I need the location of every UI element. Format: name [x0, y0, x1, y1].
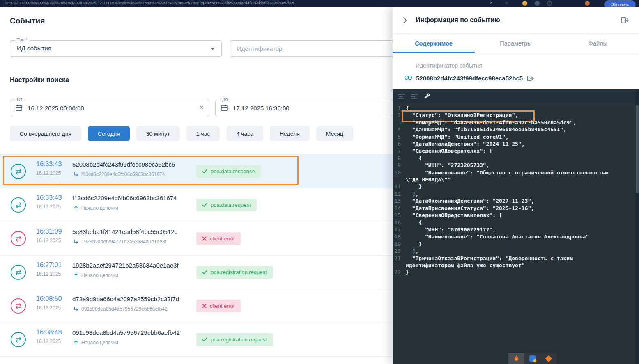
wrench-icon[interactable] [424, 93, 430, 99]
line-text: "НомерМЧД": "da8a5036-de61-4fd0-a37c-ba5… [406, 119, 635, 126]
link-icon [404, 75, 412, 82]
calendar-icon[interactable] [15, 104, 23, 113]
scrollbar-thumb[interactable] [636, 105, 639, 193]
date-from-field[interactable]: От ✕ [10, 100, 209, 116]
json-content[interactable]: 1 { 2 "Статус": "ОтказаноВРегистрации", … [393, 103, 635, 364]
line-text: "СведенияОДоверителях": [ [406, 147, 635, 154]
line-number: 7 [393, 147, 406, 154]
transfer-arrows-icon [11, 164, 26, 179]
panel-tab[interactable]: Содержимое [393, 34, 475, 53]
quick-filter-label: Месяц [326, 130, 343, 137]
quick-filter-label: Со вчерашнего дня [20, 130, 71, 137]
panel-tab[interactable]: Параметры [475, 34, 557, 53]
notifications-bell-icon[interactable] [547, 1, 552, 6]
line-text: "ДанныеМЧД": "f1b716851d63496884ee15b848… [406, 126, 635, 133]
date-from-input[interactable] [10, 100, 209, 116]
quick-filter-chip[interactable]: Месяц [316, 126, 353, 141]
event-chain-label: f13cd6c2209e4c6fb06c6963bc361674 [81, 172, 165, 177]
code-line: 4 "ДанныеМЧД": "f1b716851d63496884ee15b8… [393, 126, 635, 133]
code-scrollbar[interactable] [635, 89, 639, 364]
quick-filter-chip[interactable]: Со вчерашнего дня [10, 126, 81, 141]
event-time: 16:33:43 [36, 194, 62, 201]
collapse-chevron-icon[interactable] [403, 17, 407, 25]
topbar-action-button[interactable]: Обновить [604, 0, 636, 7]
status-badge-label: client.error [210, 303, 235, 309]
transfer-arrows-icon [11, 231, 26, 246]
panel-tabs: СодержимоеПараметрыФайлы [393, 34, 639, 53]
transfer-arrows-icon [11, 197, 26, 213]
code-line: 5 "ФорматМЧД": "Unified_coreV1", [393, 133, 635, 140]
line-text: "Статус": "ОтказаноВРегистрации", [406, 112, 635, 119]
line-number: 6 [393, 140, 406, 147]
copy-identifier-icon[interactable] [526, 74, 534, 82]
profile-avatar[interactable] [585, 1, 590, 6]
identifier-input[interactable] [237, 41, 404, 56]
event-date: 16.12.2025 [36, 238, 61, 243]
event-type-select[interactable]: Тип * ИД события [10, 40, 222, 57]
quick-filter-chip[interactable]: Сегодня [88, 126, 130, 141]
extension-icon[interactable] [522, 1, 527, 6]
chevron-down-icon [211, 48, 215, 50]
code-line: 14 "ДатаПрисвоенияСтатуса": "2025-12-16"… [393, 205, 635, 212]
taskbar-app-icon-3[interactable] [540, 353, 556, 364]
tab-label: Содержимое [415, 40, 453, 47]
line-number: 19 [393, 240, 406, 247]
status-badge: poa.registration.request [196, 266, 273, 279]
type-select-value: ИД события [10, 41, 221, 56]
clear-url-icon[interactable]: ✕ [490, 0, 493, 5]
code-line: 11 } [393, 183, 635, 190]
quick-filter-label: 30 минут [146, 130, 170, 137]
quick-filter-chip[interactable]: 4 часа [226, 126, 263, 141]
code-line: 10 "Наименование": "Общество с ограничен… [393, 169, 635, 183]
taskbar [508, 353, 556, 364]
quick-filter-chip[interactable]: Неделя [270, 126, 310, 141]
quick-filters: Со вчерашнего дняСегодня30 минут1 час4 ч… [10, 126, 353, 141]
tab-label: Файлы [588, 40, 607, 47]
event-time: 16:08:50 [36, 295, 62, 302]
date-to-input[interactable] [216, 100, 408, 116]
code-line: 15 "СведенияОПредставителях": [ [393, 212, 635, 219]
line-text: { [406, 219, 635, 226]
panel-tab[interactable]: Файлы [557, 34, 639, 53]
line-number: 14 [393, 205, 406, 212]
chain-start-icon [74, 273, 78, 278]
clear-date-icon[interactable]: ✕ [199, 104, 204, 111]
line-number: 10 [393, 169, 406, 183]
quick-filter-chip[interactable]: 30 минут [136, 126, 180, 141]
transfer-arrows-icon [11, 332, 26, 347]
align-lines-icon[interactable] [411, 94, 418, 99]
code-line: 9 "ИНН": "2723205733", [393, 162, 635, 169]
format-lines-icon[interactable] [398, 94, 405, 99]
quick-filter-label: Сегодня [98, 130, 120, 137]
event-info-panel: Информация по событию СодержимоеПараметр… [393, 7, 639, 364]
code-line: 16 { [393, 219, 635, 226]
taskbar-app-icon-2[interactable] [524, 353, 540, 364]
line-text: } [406, 183, 635, 190]
cross-icon [202, 236, 207, 241]
open-in-window-icon[interactable] [621, 16, 629, 24]
taskbar-app-icon-1[interactable] [508, 353, 524, 364]
address-url[interactable]: 2025-12-16T00%3A00%3A00%2B03%3A00&to=202… [4, 1, 294, 5]
bookmark-star-icon[interactable]: ☆ [505, 0, 508, 5]
status-badge-label: poa.registration.request [211, 269, 267, 275]
check-icon [202, 169, 207, 174]
line-text: "ПричинаОтказаВРегистрации": "Довереннос… [406, 255, 635, 269]
event-date: 16.12.2025 [36, 271, 61, 277]
identifier-field-wrap [230, 40, 411, 57]
date-to-field[interactable]: До [215, 100, 408, 116]
chain-child-icon [74, 239, 78, 244]
check-icon [202, 270, 207, 275]
calendar-icon[interactable] [221, 104, 228, 113]
event-date: 16.12.2025 [36, 339, 61, 344]
event-chain-label: Начало цепочки [81, 272, 118, 278]
transfer-arrows-icon [11, 298, 26, 314]
line-number: 18 [393, 233, 406, 240]
check-icon [202, 337, 207, 342]
line-text: "Наименование": "Общество с ограниченной… [406, 169, 635, 183]
cross-icon [202, 304, 207, 308]
line-number: 13 [393, 197, 406, 204]
line-text: "ИНН": "2723205733", [406, 162, 635, 169]
extension-icon[interactable] [535, 1, 540, 6]
quick-filter-chip[interactable]: 1 час [186, 126, 220, 141]
type-select-label: Тип * [15, 37, 29, 42]
